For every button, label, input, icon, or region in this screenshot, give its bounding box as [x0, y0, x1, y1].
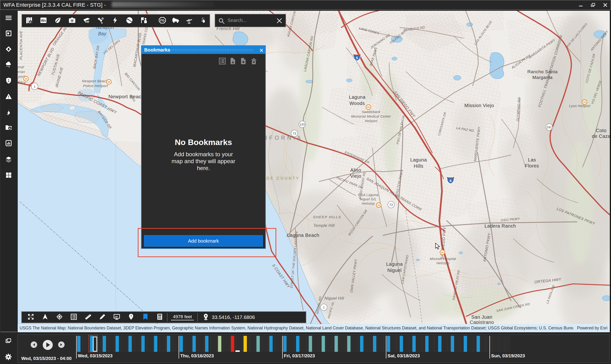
svg-text:Viejo: Viejo — [350, 173, 362, 179]
svg-text:Mission Hospital: Mission Hospital — [430, 257, 456, 261]
svg-text:Capistrano: Capistrano — [470, 320, 494, 324]
svg-text:San Juan: San Juan — [471, 314, 493, 320]
svg-text:de Caza: de Caza — [592, 134, 610, 139]
svg-text:erian: erian — [18, 70, 25, 74]
svg-text:H: H — [108, 80, 110, 84]
svg-text:Hills: Hills — [414, 163, 423, 169]
svg-text:H: H — [367, 105, 369, 109]
svg-text:Newport Beach: Newport Beach — [82, 79, 108, 83]
svg-text:73: 73 — [389, 203, 393, 207]
svg-text:H: H — [583, 100, 585, 104]
svg-text:Las: Las — [528, 157, 536, 162]
svg-text:Laguna Beach: Laguna Beach — [287, 233, 319, 238]
svg-text:1: 1 — [34, 85, 35, 88]
svg-text:5: 5 — [449, 179, 451, 183]
svg-text:241: 241 — [546, 126, 552, 129]
svg-text:Niguel G/L: Niguel G/L — [360, 197, 377, 201]
svg-text:Laguna: Laguna — [410, 157, 427, 162]
svg-text:Aliso: Aliso — [350, 168, 361, 173]
svg-text:Heliport: Heliport — [365, 119, 378, 123]
svg-text:Coto: Coto — [596, 128, 607, 133]
svg-text:1: 1 — [323, 306, 325, 309]
svg-text:133: 133 — [300, 123, 305, 126]
svg-text:Memorial Medical Center: Memorial Medical Center — [351, 115, 391, 118]
svg-text:GSA Laguna: GSA Laguna — [358, 193, 379, 197]
svg-text:Police Heliport: Police Heliport — [83, 84, 108, 88]
svg-text:IFORNIA: IFORNIA — [266, 135, 303, 141]
svg-text:Lyon Heliport: Lyon Heliport — [569, 104, 590, 108]
svg-text:Saddleback: Saddleback — [362, 110, 380, 114]
svg-text:Woods: Woods — [350, 101, 365, 106]
svg-text:Wx: Wx — [41, 19, 46, 22]
svg-text:Margarita: Margarita — [532, 75, 553, 80]
svg-text:PLACENTIA AVE: PLACENTIA AVE — [19, 30, 23, 60]
svg-text:Flores: Flores — [525, 163, 539, 169]
svg-text:Niguel Hill: Niguel Hill — [325, 296, 344, 300]
svg-text:onal: onal — [18, 65, 24, 69]
svg-text:?: ? — [130, 315, 132, 317]
svg-text:H: H — [378, 204, 380, 207]
svg-text:Mission Viejo: Mission Viejo — [464, 103, 494, 108]
svg-text:Laguna: Laguna — [349, 94, 366, 100]
svg-text:IGE COUNTY: IGE COUNTY — [264, 176, 300, 180]
svg-text:Laguna: Laguna — [386, 261, 403, 267]
svg-text:H: H — [25, 77, 27, 81]
svg-text:Newport Beach: Newport Beach — [109, 94, 144, 99]
svg-text:Bay: Bay — [98, 31, 107, 36]
svg-text:73: 73 — [293, 132, 296, 135]
svg-text:Ladera Ranch: Ladera Ranch — [484, 223, 516, 229]
svg-text:H: H — [441, 251, 443, 254]
svg-text:SHEEP HILLS: SHEEP HILLS — [313, 215, 341, 219]
svg-text:FG: FG — [160, 19, 164, 22]
svg-text:Helistop: Helistop — [436, 261, 449, 265]
svg-text:Temple Hill: Temple Hill — [313, 223, 335, 228]
svg-text:Niguel: Niguel — [387, 268, 402, 273]
svg-text:Rancho Santa: Rancho Santa — [528, 69, 557, 74]
svg-text:Helistop: Helistop — [362, 202, 375, 205]
svg-text:5: 5 — [356, 56, 358, 60]
